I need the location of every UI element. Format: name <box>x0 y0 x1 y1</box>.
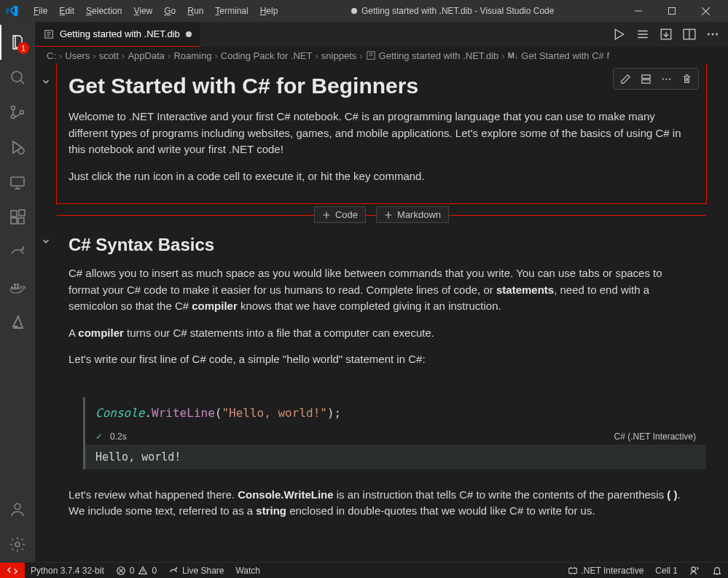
split-editor-icon[interactable] <box>683 28 696 41</box>
svg-point-21 <box>708 34 710 36</box>
svg-rect-11 <box>11 286 13 289</box>
menu-file[interactable]: FFileile <box>28 3 53 19</box>
explorer-icon[interactable]: 1 <box>0 25 35 60</box>
svg-rect-12 <box>14 286 16 289</box>
svg-point-3 <box>12 115 15 119</box>
status-feedback-icon[interactable] <box>684 563 706 578</box>
svg-point-29 <box>669 78 670 79</box>
maximize-button[interactable] <box>655 0 689 22</box>
svg-point-32 <box>692 567 696 571</box>
svg-point-28 <box>665 78 667 79</box>
menu-help[interactable]: HelpHelp <box>254 3 284 19</box>
status-problems[interactable]: 0 0 <box>110 563 163 578</box>
export-icon[interactable] <box>659 28 673 41</box>
status-bar: Python 3.7.4 32-bit 0 0 Live Share Watch… <box>0 562 728 578</box>
share-icon[interactable] <box>0 235 35 270</box>
code-cell[interactable]: Console.WriteLine("Hello, world!"); ✓ 0.… <box>83 397 706 469</box>
svg-point-17 <box>15 542 20 547</box>
svg-point-4 <box>20 111 24 114</box>
svg-rect-15 <box>17 284 19 286</box>
close-button[interactable] <box>689 0 722 22</box>
svg-point-23 <box>716 34 718 36</box>
docker-icon[interactable] <box>0 270 35 305</box>
delete-cell-icon[interactable] <box>676 70 697 87</box>
accounts-icon[interactable] <box>0 492 35 527</box>
tab-dirty-icon <box>186 31 192 37</box>
settings-gear-icon[interactable] <box>0 527 35 562</box>
edit-cell-icon[interactable] <box>615 70 635 87</box>
window-title: Getting started with .NET.dib - Visual S… <box>283 6 622 16</box>
insert-cell-row: Code Markdown <box>57 206 706 223</box>
markdown-badge: M↓ <box>508 51 519 60</box>
explorer-badge: 1 <box>17 42 29 54</box>
kernel-lang-label[interactable]: C# (.NET Interactive) <box>614 431 696 442</box>
svg-rect-25 <box>641 74 649 78</box>
status-watch[interactable]: Watch <box>230 563 266 578</box>
cell-heading: Get Started with C# for Beginners <box>69 74 694 98</box>
extensions-icon[interactable] <box>0 200 35 235</box>
cell-toolbar <box>613 68 699 90</box>
collapse-icon[interactable] <box>41 236 51 246</box>
run-all-icon[interactable] <box>613 28 626 41</box>
svg-rect-14 <box>14 284 16 286</box>
insert-code-button[interactable]: Code <box>314 206 366 223</box>
success-check-icon: ✓ <box>95 431 103 442</box>
menu-terminal[interactable]: TerminalTerminal <box>209 3 254 19</box>
menu-run[interactable]: RunRun <box>181 3 209 19</box>
search-icon[interactable] <box>0 60 35 95</box>
vscode-logo-icon <box>6 4 19 17</box>
editor-tabs: Getting started with .NET.dib <box>35 22 728 47</box>
svg-point-27 <box>662 78 663 79</box>
code-editor[interactable]: Console.WriteLine("Hello, world!"); <box>83 397 706 429</box>
more-actions-icon[interactable] <box>706 28 719 41</box>
svg-point-22 <box>712 34 714 36</box>
code-status-row: ✓ 0.2s C# (.NET Interactive) <box>83 429 706 445</box>
breadcrumb[interactable]: C:› Users› scott› AppData› Roaming› Codi… <box>35 47 728 63</box>
svg-rect-8 <box>11 218 17 224</box>
cell-body: Let's review what happened there. Consol… <box>69 487 694 520</box>
editor-tab[interactable]: Getting started with .NET.dib <box>35 22 200 47</box>
svg-rect-9 <box>18 218 24 224</box>
svg-point-1 <box>12 71 22 82</box>
cell-body: C# allows you to insert as much space as… <box>69 265 694 368</box>
status-cell-position[interactable]: Cell 1 <box>649 563 684 578</box>
insert-markdown-button[interactable]: Markdown <box>376 206 449 223</box>
exec-time: 0.2s <box>110 431 127 442</box>
tab-label: Getting started with .NET.dib <box>60 28 180 39</box>
markdown-cell[interactable]: C# Syntax Basics C# allows you to insert… <box>57 226 706 383</box>
cell-body: Welcome to .NET Interactive and your fir… <box>69 109 694 184</box>
remote-explorer-icon[interactable] <box>0 165 35 200</box>
status-python[interactable]: Python 3.7.4 32-bit <box>25 563 110 578</box>
svg-rect-0 <box>669 8 676 15</box>
svg-rect-13 <box>17 286 19 289</box>
menu-view[interactable]: ViewView <box>128 3 158 19</box>
remote-indicator[interactable] <box>0 563 25 578</box>
titlebar: FFileile EditEdit SelectionSelection Vie… <box>0 0 728 22</box>
markdown-cell[interactable]: Get Started with C# for Beginners Welcom… <box>57 63 706 203</box>
source-control-icon[interactable] <box>0 95 35 130</box>
file-icon <box>366 50 376 60</box>
more-cell-icon[interactable] <box>656 70 676 87</box>
collapse-icon[interactable] <box>41 77 51 87</box>
menu-bar: FFileile EditEdit SelectionSelection Vie… <box>28 3 283 19</box>
dirty-dot-icon <box>351 8 357 14</box>
menu-go[interactable]: GoGo <box>158 3 181 19</box>
minimize-button[interactable] <box>622 0 655 22</box>
status-liveshare[interactable]: Live Share <box>163 563 230 578</box>
svg-point-16 <box>15 504 20 509</box>
notebook-file-icon <box>44 29 54 39</box>
run-debug-icon[interactable] <box>0 130 35 165</box>
menu-selection[interactable]: SelectionSelection <box>80 3 128 19</box>
svg-point-2 <box>12 106 15 110</box>
svg-rect-26 <box>641 79 649 83</box>
status-bell-icon[interactable] <box>706 563 728 578</box>
split-cell-icon[interactable] <box>635 70 656 87</box>
svg-rect-31 <box>568 568 576 573</box>
menu-edit[interactable]: EditEdit <box>53 3 80 19</box>
status-kernel[interactable]: .NET Interactive <box>562 563 650 578</box>
markdown-cell[interactable]: Let's review what happened there. Consol… <box>57 469 706 534</box>
clear-outputs-icon[interactable] <box>636 28 649 41</box>
svg-rect-7 <box>11 211 17 216</box>
azure-icon[interactable] <box>0 305 35 340</box>
cell-heading: C# Syntax Basics <box>69 235 694 255</box>
